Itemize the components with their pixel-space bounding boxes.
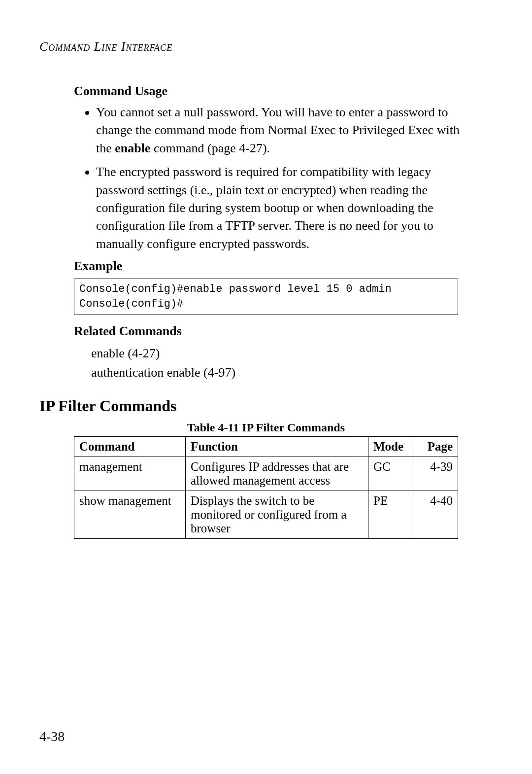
example-code-block: Console(config)#enable password level 15…: [74, 279, 458, 315]
table-row: show management Displays the switch to b…: [74, 491, 458, 538]
table-header-row: Command Function Mode Page: [74, 436, 458, 457]
cell-page: 4-40: [413, 491, 458, 538]
col-header-page: Page: [413, 436, 458, 457]
col-header-command: Command: [74, 436, 186, 457]
col-header-function: Function: [186, 436, 368, 457]
related-command-item: authentication enable (4-97): [91, 363, 493, 382]
cell-mode: PE: [368, 491, 413, 538]
bullet-text-pre: The encrypted password is required for c…: [96, 165, 433, 251]
col-header-mode: Mode: [368, 436, 413, 457]
cell-function: Displays the switch to be monitored or c…: [186, 491, 368, 538]
heading-command-usage: Command Usage: [74, 84, 493, 99]
cell-command: management: [74, 457, 186, 491]
cell-mode: GC: [368, 457, 413, 491]
cell-function: Configures IP addresses that are allowed…: [186, 457, 368, 491]
cell-command: show management: [74, 491, 186, 538]
cell-page: 4-39: [413, 457, 458, 491]
page-container: Command Line Interface Command Usage You…: [0, 0, 532, 774]
bullet-item: The encrypted password is required for c…: [96, 163, 493, 253]
page-number: 4-38: [39, 729, 65, 744]
table-row: management Configures IP addresses that …: [74, 457, 458, 491]
related-command-item: enable (4-27): [91, 344, 493, 363]
running-head: Command Line Interface: [39, 39, 493, 54]
table-caption: Table 4-11 IP Filter Commands: [39, 421, 493, 434]
bullet-text-post: command (page 4-27).: [151, 141, 270, 155]
heading-example: Example: [74, 259, 493, 274]
bullet-item: You cannot set a null password. You will…: [96, 104, 493, 157]
related-commands-list: enable (4-27) authentication enable (4-9…: [91, 344, 493, 382]
heading-related-commands: Related Commands: [74, 324, 493, 339]
ip-filter-table: Command Function Mode Page management Co…: [74, 436, 458, 539]
bullet-text-bold: enable: [115, 141, 150, 155]
heading-ip-filter-commands: IP Filter Commands: [39, 397, 493, 415]
command-usage-list: You cannot set a null password. You will…: [96, 104, 493, 253]
